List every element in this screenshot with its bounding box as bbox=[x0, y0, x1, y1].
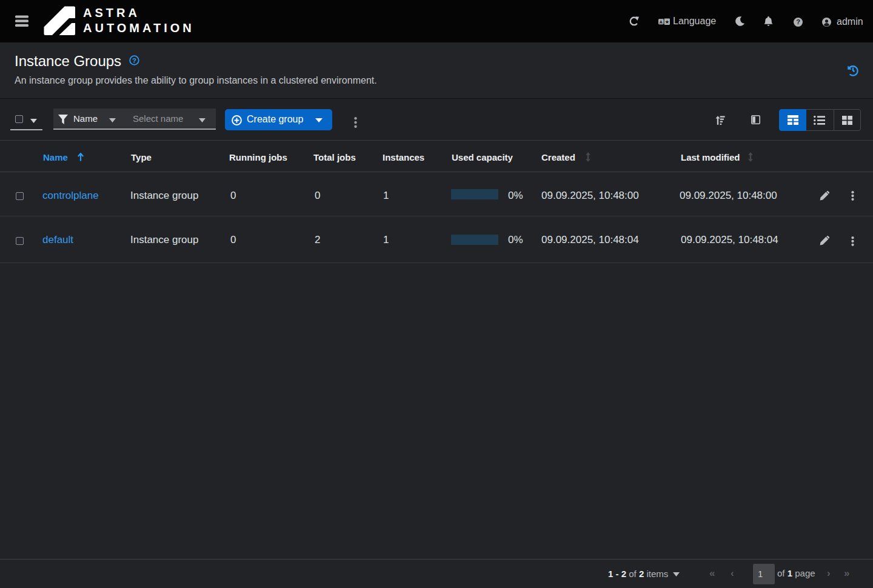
svg-text:A: A bbox=[660, 19, 663, 25]
svg-text:?: ? bbox=[796, 18, 800, 25]
svg-text:?: ? bbox=[132, 57, 136, 64]
svg-text:★: ★ bbox=[664, 19, 669, 25]
